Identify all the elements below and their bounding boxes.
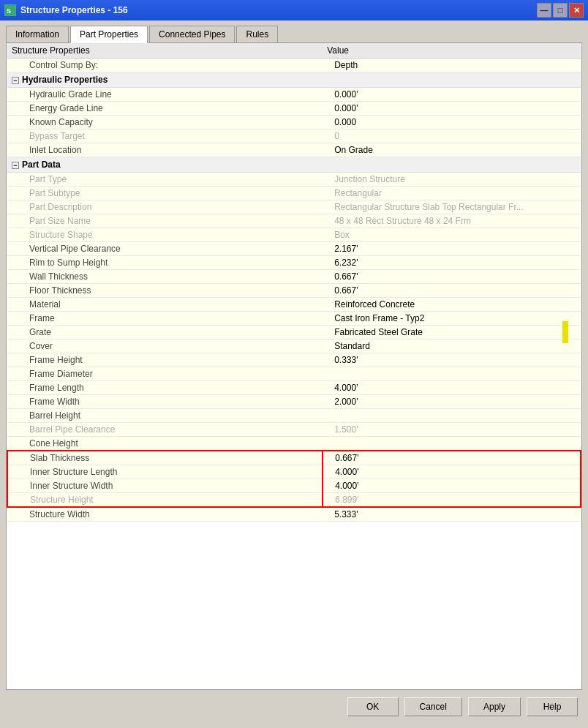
section-header-row[interactable]: −Hydraulic Properties: [7, 72, 581, 88]
table-scroll-area[interactable]: Structure Properties Value Control Sump …: [7, 43, 581, 689]
table-row[interactable]: Known Capacity0.000: [7, 116, 581, 130]
table-row[interactable]: Frame Height0.333': [7, 353, 581, 367]
table-row[interactable]: Inlet LocationOn Grade: [7, 143, 581, 157]
property-value: 0.000': [323, 102, 581, 116]
app-icon: S: [4, 4, 16, 16]
apply-button[interactable]: Apply: [468, 697, 521, 716]
property-value: 4.000': [323, 381, 581, 395]
table-row[interactable]: Structure Width5.333': [7, 507, 581, 522]
table-row[interactable]: Part Size Name48 x 48 Rect Structure 48 …: [7, 214, 581, 228]
table-row[interactable]: Inner Structure Length4.000': [7, 465, 581, 479]
footer-buttons: OK Cancel Apply Help: [6, 690, 582, 724]
property-value: Box: [323, 228, 581, 242]
property-label: Wall Thickness: [7, 270, 323, 284]
property-value: Rectangular Structure Slab Top Rectangul…: [323, 200, 581, 214]
table-row[interactable]: FrameCast Iron Frame - Typ2: [7, 312, 581, 326]
property-label: Vertical Pipe Clearance: [7, 242, 323, 256]
property-value: Rectangular: [323, 187, 581, 200]
table-row[interactable]: Hydraulic Grade Line0.000': [7, 88, 581, 102]
property-label: Inlet Location: [7, 143, 323, 157]
property-label: Part Subtype: [7, 187, 323, 200]
collapse-icon[interactable]: −: [12, 162, 19, 169]
property-label: Inner Structure Width: [7, 479, 323, 493]
table-row[interactable]: Energy Grade Line0.000': [7, 102, 581, 116]
table-row[interactable]: Floor Thickness0.667': [7, 284, 581, 298]
property-value: 0.333': [323, 353, 581, 367]
minimize-button[interactable]: —: [537, 3, 551, 18]
table-row[interactable]: Control Sump By:Depth: [7, 59, 581, 72]
table-row[interactable]: Frame Length4.000': [7, 381, 581, 395]
table-row[interactable]: Structure Height6.899': [7, 493, 581, 508]
property-value: 5.333': [323, 507, 581, 522]
property-value: 0.000': [323, 88, 581, 102]
ok-button[interactable]: OK: [347, 697, 399, 716]
property-label: Part Size Name: [7, 214, 323, 228]
property-label: Structure Shape: [7, 228, 323, 242]
property-label: Barrel Height: [7, 409, 323, 423]
section-header-row[interactable]: −Part Data: [7, 157, 581, 173]
property-value: [323, 409, 581, 423]
property-value: Reinforced Concrete: [323, 298, 581, 312]
property-value: 6.899': [323, 493, 581, 508]
table-row[interactable]: Part TypeJunction Structure: [7, 173, 581, 187]
table-row[interactable]: Inner Structure Width4.000': [7, 479, 581, 493]
property-value: 0.667': [323, 284, 581, 298]
table-row[interactable]: Slab Thickness0.667': [7, 451, 581, 465]
property-value: [323, 367, 581, 381]
window-title: Structure Properties - 156: [20, 5, 537, 15]
property-value: 4.000': [323, 479, 581, 493]
tab-rules[interactable]: Rules: [236, 26, 278, 43]
table-row[interactable]: Barrel Pipe Clearance1.500': [7, 423, 581, 437]
property-value: 2.000': [323, 395, 581, 409]
property-label: Inner Structure Length: [7, 465, 323, 479]
property-label: Material: [7, 298, 323, 312]
table-row[interactable]: Cone Height: [7, 437, 581, 451]
table-row[interactable]: Part DescriptionRectangular Structure Sl…: [7, 200, 581, 214]
property-label: Frame Diameter: [7, 367, 323, 381]
property-value: Fabricated Steel Grate: [323, 326, 581, 339]
maximize-button[interactable]: □: [553, 3, 568, 18]
property-label: Part Description: [7, 200, 323, 214]
svg-text:S: S: [7, 7, 11, 15]
table-row[interactable]: Part SubtypeRectangular: [7, 187, 581, 200]
table-row[interactable]: Structure ShapeBox: [7, 228, 581, 242]
property-value: [323, 437, 581, 451]
properties-table: Structure Properties Value Control Sump …: [7, 43, 581, 522]
property-label: Energy Grade Line: [7, 102, 323, 116]
cancel-button[interactable]: Cancel: [404, 697, 462, 716]
table-row[interactable]: Frame Width2.000': [7, 395, 581, 409]
property-value: Cast Iron Frame - Typ2: [323, 312, 581, 326]
table-row[interactable]: Bypass Target0: [7, 130, 581, 143]
tab-connected-pipes[interactable]: Connected Pipes: [149, 26, 235, 43]
collapse-icon[interactable]: −: [12, 77, 19, 84]
table-row[interactable]: CoverStandard: [7, 339, 581, 353]
property-value: 48 x 48 Rect Structure 48 x 24 Frm: [323, 214, 581, 228]
property-label: Frame Length: [7, 381, 323, 395]
property-label: Frame: [7, 312, 323, 326]
property-label: Cover: [7, 339, 323, 353]
property-label: Control Sump By:: [7, 59, 323, 72]
property-value: 1.500': [323, 423, 581, 437]
table-row[interactable]: Rim to Sump Height6.232': [7, 256, 581, 270]
close-button[interactable]: ✕: [569, 3, 584, 18]
table-row[interactable]: GrateFabricated Steel Grate: [7, 326, 581, 339]
table-row[interactable]: Frame Diameter: [7, 367, 581, 381]
properties-table-container: Structure Properties Value Control Sump …: [6, 42, 582, 690]
property-label: Grate: [7, 326, 323, 339]
property-label: Part Type: [7, 173, 323, 187]
property-value: 4.000': [323, 465, 581, 479]
property-label: Known Capacity: [7, 116, 323, 130]
tab-information[interactable]: Information: [6, 26, 69, 43]
property-label: Bypass Target: [7, 130, 323, 143]
property-value: Depth: [323, 59, 581, 72]
property-label: Slab Thickness: [7, 451, 323, 465]
property-label: Floor Thickness: [7, 284, 323, 298]
help-button[interactable]: Help: [527, 697, 578, 716]
tab-part-properties[interactable]: Part Properties: [70, 26, 148, 43]
property-value: 0.667': [323, 451, 581, 465]
table-row[interactable]: Vertical Pipe Clearance2.167': [7, 242, 581, 256]
titlebar: S Structure Properties - 156 — □ ✕: [0, 0, 588, 20]
table-row[interactable]: Wall Thickness0.667': [7, 270, 581, 284]
table-row[interactable]: MaterialReinforced Concrete: [7, 298, 581, 312]
table-row[interactable]: Barrel Height: [7, 409, 581, 423]
